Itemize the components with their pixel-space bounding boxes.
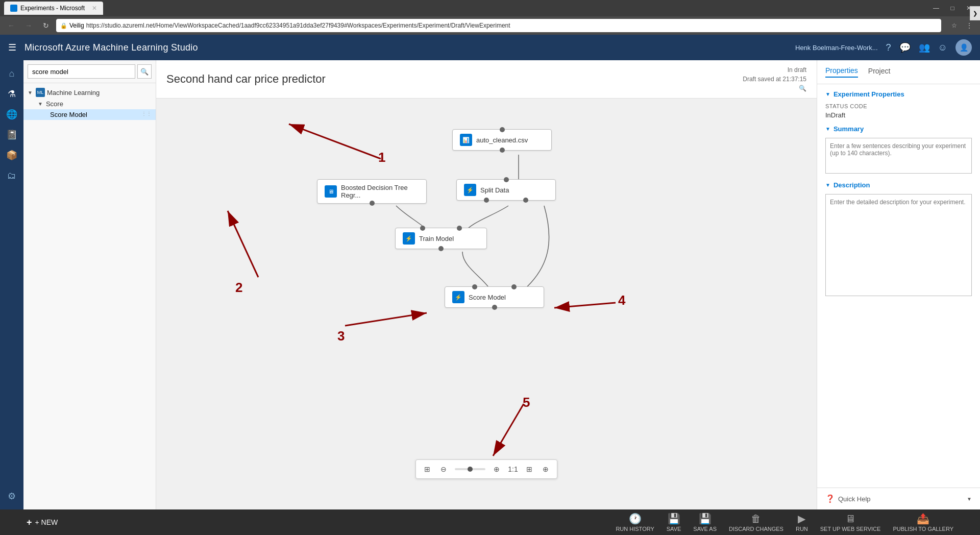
- sidebar-icon-home[interactable]: ⌂: [3, 64, 21, 83]
- quick-help-section[interactable]: ❓ Quick Help ▼: [817, 488, 980, 509]
- run-icon: ▶: [798, 513, 805, 525]
- save-as-button[interactable]: 💾 SAVE AS: [687, 510, 723, 534]
- run-label: RUN: [796, 526, 808, 532]
- split-port-bottom-right[interactable]: [523, 198, 528, 203]
- section-description[interactable]: ▼ Description: [825, 181, 972, 189]
- publish-gallery-button[interactable]: 📤 PUBLISH TO GALLERY: [887, 510, 960, 534]
- expand-panel-btn[interactable]: ❯: [970, 6, 980, 20]
- section-title-3: Description: [834, 181, 870, 189]
- description-textarea[interactable]: [825, 194, 972, 296]
- split-icon: ⚡: [464, 184, 476, 196]
- zoom-out-btn[interactable]: ⊖: [436, 462, 451, 476]
- node-auto-csv[interactable]: 📊 auto_cleaned.csv: [452, 129, 552, 151]
- train-port-top-right[interactable]: [457, 226, 462, 231]
- crosshair-btn[interactable]: ⊕: [538, 462, 553, 476]
- score-port-top-right[interactable]: [511, 284, 517, 289]
- csv-port-top[interactable]: [500, 127, 505, 132]
- sidebar-icon-datasets[interactable]: 📦: [3, 146, 21, 164]
- score-port-top-left[interactable]: [472, 284, 477, 289]
- tab-project[interactable]: Project: [868, 67, 891, 77]
- status-code-value: InDraft: [825, 111, 972, 119]
- save-icon: 💾: [668, 513, 680, 525]
- expand-arrow-score: ▼: [38, 101, 43, 107]
- smiley-icon[interactable]: ☺: [938, 42, 947, 53]
- discard-label: DISCARD CHANGES: [729, 526, 783, 532]
- discard-button[interactable]: 🗑 DISCARD CHANGES: [723, 511, 790, 534]
- canvas-toolbar: ⊞ ⊖ ⊕ 1:1 ⊞ ⊕: [415, 459, 557, 479]
- sidebar-icon-notebook[interactable]: 📓: [3, 126, 21, 144]
- arrow5-line: [493, 404, 524, 456]
- arrow1-line: [289, 124, 381, 159]
- users-icon[interactable]: 👥: [919, 42, 930, 53]
- section-summary[interactable]: ▼ Summary: [825, 125, 972, 133]
- run-history-button[interactable]: 🕐 RUN HISTORY: [609, 510, 660, 534]
- zoom-slider[interactable]: [455, 468, 485, 470]
- annotation-4: 4: [618, 293, 625, 308]
- app-header: ☰ Microsoft Azure Machine Learning Studi…: [0, 35, 980, 60]
- avatar[interactable]: 👤: [955, 39, 972, 56]
- sidebar-icon-settings[interactable]: ⚙: [3, 487, 21, 505]
- arrange-btn[interactable]: ⊞: [522, 462, 536, 476]
- tree-item-score-model[interactable]: Score Model ⋮⋮: [23, 109, 156, 120]
- web-service-button[interactable]: 🖥 SET UP WEB SERVICE: [814, 511, 887, 534]
- forward-btn[interactable]: →: [21, 18, 36, 33]
- sidebar-icon-experiments[interactable]: ⚗: [3, 85, 21, 103]
- bottom-bar: + + NEW 🕐 RUN HISTORY 💾 SAVE 💾 SAVE AS 🗑…: [0, 509, 980, 535]
- tree-item-score[interactable]: ▼ Score: [23, 99, 156, 109]
- ml-icon: ML: [36, 88, 45, 97]
- minimize-btn[interactable]: —: [929, 1, 943, 15]
- experiment-canvas[interactable]: 📊 auto_cleaned.csv ⚡ Split Data 🖥 Booste…: [156, 99, 817, 509]
- browser-tab[interactable]: Experiments - Microsoft ✕: [4, 2, 103, 15]
- tab-close[interactable]: ✕: [92, 5, 97, 12]
- help-icon[interactable]: ?: [886, 42, 891, 53]
- search-button[interactable]: 🔍: [137, 64, 152, 79]
- user-name: Henk Boelman-Free-Work...: [795, 44, 878, 52]
- node-boosted-tree[interactable]: 🖥 Boosted Decision Tree Regr...: [317, 179, 427, 204]
- boosted-port-bottom[interactable]: [370, 201, 375, 206]
- section-experiment-properties[interactable]: ▼ Experiment Properties: [825, 90, 972, 98]
- score-label: Score Model: [469, 294, 506, 301]
- split-port-top[interactable]: [504, 177, 509, 182]
- menu-icon[interactable]: ⋮: [963, 19, 976, 32]
- sidebar-icon-globe[interactable]: 🌐: [3, 105, 21, 124]
- zoom-100-btn[interactable]: 1:1: [506, 462, 520, 476]
- summary-textarea[interactable]: [825, 138, 972, 174]
- refresh-btn[interactable]: ↻: [39, 18, 53, 33]
- properties-panel: ❯ Properties Project ▼ Experiment Proper…: [817, 60, 980, 509]
- tab-properties[interactable]: Properties: [825, 66, 858, 78]
- sidebar-icon-models[interactable]: 🗂: [3, 166, 21, 185]
- address-bar[interactable]: 🔒 Veilig https://studio.azureml.net/Home…: [56, 19, 941, 32]
- publish-icon: 📤: [917, 513, 929, 525]
- node-score-model[interactable]: ⚡ Score Model: [445, 286, 544, 308]
- new-button[interactable]: + + NEW: [20, 515, 64, 530]
- save-button[interactable]: 💾 SAVE: [660, 510, 688, 534]
- node-train-model[interactable]: ⚡ Train Model: [395, 228, 487, 249]
- train-port-top-left[interactable]: [420, 226, 425, 231]
- search-input[interactable]: [28, 64, 135, 79]
- section-arrow-1: ▼: [825, 91, 830, 97]
- hamburger-menu[interactable]: ☰: [8, 42, 16, 53]
- csv-port-bottom[interactable]: [500, 148, 505, 153]
- run-button[interactable]: ▶ RUN: [790, 510, 814, 534]
- score-port-bottom[interactable]: [492, 305, 497, 310]
- module-tree: ▼ ML Machine Learning ▼ Score Score Mode…: [23, 83, 156, 509]
- fit-to-window-btn[interactable]: ⊞: [420, 462, 434, 476]
- annotation-3: 3: [337, 328, 345, 344]
- back-btn[interactable]: ←: [4, 18, 18, 33]
- star-icon[interactable]: ☆: [947, 19, 961, 32]
- train-port-bottom[interactable]: [438, 246, 444, 251]
- web-service-icon: 🖥: [845, 513, 855, 525]
- save-as-icon: 💾: [699, 513, 712, 525]
- left-sidebar: ⌂ ⚗ 🌐 📓 📦 🗂 ⚙: [0, 60, 23, 509]
- experiment-title: Second hand car price predictor: [166, 72, 743, 86]
- arrow2-line: [228, 211, 258, 277]
- maximize-btn[interactable]: □: [945, 1, 960, 15]
- annotation-2: 2: [235, 280, 242, 296]
- node-split-data[interactable]: ⚡ Split Data: [456, 179, 556, 201]
- chat-icon[interactable]: 💬: [899, 42, 911, 53]
- split-port-bottom-left[interactable]: [484, 198, 489, 203]
- url-text: https://studio.azureml.net/Home/ViewWork…: [86, 22, 510, 29]
- zoom-in-btn[interactable]: ⊕: [489, 462, 504, 476]
- canvas-search-icon[interactable]: 🔍: [743, 85, 806, 92]
- tree-item-ml[interactable]: ▼ ML Machine Learning: [23, 86, 156, 99]
